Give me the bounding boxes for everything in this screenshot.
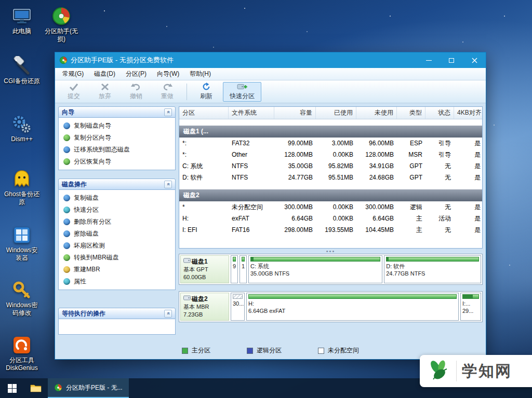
sidebar-item-copy-disk[interactable]: 复制磁盘 xyxy=(59,192,175,204)
disk-type: 基本 GPT xyxy=(183,266,208,272)
desktop-icon-dism[interactable]: Dism++ xyxy=(3,114,41,143)
partition-block-i[interactable]: I:... 29... xyxy=(460,293,481,321)
sidebar-item-bad-sector-check[interactable]: 坏扇区检测 xyxy=(59,240,175,252)
cell-capacity: 24.77GB xyxy=(274,172,316,183)
sidebar-item-wipe-disk[interactable]: 擦除磁盘 xyxy=(59,228,175,240)
col-unused[interactable]: 未使用 xyxy=(356,107,397,119)
table-row-disk1-esp[interactable]: *:FAT3299.00MB3.00MB96.00MBESP引导是 xyxy=(179,138,482,149)
table-row-disk2-unallocated[interactable]: *未分配空间300.00MB0.00KB300.00MB逻辑无是 xyxy=(179,201,482,213)
col-type[interactable]: 类型 xyxy=(397,107,425,119)
sidebar-item-label: 复制磁盘向导 xyxy=(74,121,111,130)
desktop-icon-ghost-backup[interactable]: Ghost备份还原 xyxy=(3,169,41,206)
maximize-button[interactable] xyxy=(440,52,463,68)
table-row-disk1-c[interactable]: C: 系统NTFS35.00GB95.82MB34.91GBGPT无是 xyxy=(179,160,482,172)
minimize-button[interactable] xyxy=(417,52,440,68)
sidebar-item-delete-all-partitions[interactable]: 删除所有分区 xyxy=(59,216,175,228)
desktop-icon-windows-installer[interactable]: Windows安装器 xyxy=(3,225,41,262)
partition-recovery-icon xyxy=(63,158,70,165)
quick-partition-icon xyxy=(236,83,248,91)
menu-disk[interactable]: 磁盘(D) xyxy=(89,67,121,80)
sidebar-item-partition-recovery[interactable]: 分区恢复向导 xyxy=(59,156,175,168)
sidebar-section-wizard-header[interactable]: 向导 « xyxy=(58,106,176,118)
window-titlebar[interactable]: 分区助手PE版 - 无损分区免费软件 xyxy=(55,52,486,68)
pending-operations-list[interactable] xyxy=(58,319,176,335)
migrate-os-icon xyxy=(63,146,70,153)
table-row-disk2-h[interactable]: H:exFAT6.64GB0.00KB6.64GB主活动是 xyxy=(179,213,482,224)
app-icon xyxy=(59,56,68,64)
table-row-disk1-d[interactable]: D: 软件NTFS24.77GB95.51MB24.68GBGPT无是 xyxy=(179,172,482,183)
partition-label: 30... xyxy=(233,300,243,307)
table-row-disk1-msr[interactable]: *:Other128.00MB0.00KB128.00MBMSR引导是 xyxy=(179,149,482,160)
menu-partition[interactable]: 分区(P) xyxy=(121,67,152,80)
menu-wizard[interactable]: 向导(W) xyxy=(152,67,184,80)
partition-assistant-window: 分区助手PE版 - 无损分区免费软件 常规(G) 磁盘(D) 分区(P) 向导(… xyxy=(55,52,486,360)
cell-partition: D: 软件 xyxy=(179,172,229,184)
col-partition[interactable]: 分区 xyxy=(179,107,229,119)
partition-label: 1 xyxy=(242,263,245,270)
disk1-label[interactable]: 磁盘1 基本 GPT 60.00GB xyxy=(180,255,229,283)
app-icon xyxy=(54,383,62,392)
collapse-icon[interactable]: « xyxy=(164,310,172,318)
table-row-disk2-i[interactable]: I: EFIFAT16298.00MB193.55MB104.45MB主无是 xyxy=(179,224,482,236)
cell-filesystem: NTFS xyxy=(229,161,274,171)
desktop-icon-diskgenius[interactable]: 分区工具DiskGenius xyxy=(1,335,43,372)
disk2-group-row[interactable]: 磁盘2 xyxy=(179,189,482,201)
disk2-label[interactable]: 磁盘2 基本 MBR 7.23GB xyxy=(180,293,229,321)
commit-button[interactable]: 提交 xyxy=(59,82,88,102)
sidebar-gap xyxy=(58,170,176,179)
menu-general[interactable]: 常规(G) xyxy=(57,67,89,80)
cell-used: 0.00KB xyxy=(316,149,356,160)
sidebar-section-diskops-header[interactable]: 磁盘操作 « xyxy=(58,179,176,190)
sidebar-item-convert-to-mbr[interactable]: 转换到MBR磁盘 xyxy=(59,252,175,264)
taskbar-app-partition-assistant[interactable]: 分区助手PE版 - 无... xyxy=(48,378,129,398)
partition-block-d[interactable]: D: 软件 24.77GB NTFS xyxy=(384,255,481,283)
sidebar-item-properties[interactable]: 属性 xyxy=(59,276,175,287)
collapse-icon[interactable]: « xyxy=(164,108,172,116)
menu-help[interactable]: 帮助(H) xyxy=(184,67,216,80)
partition-block-c[interactable]: C: 系统 35.00GB NTFS xyxy=(248,255,382,283)
col-status[interactable]: 状态 xyxy=(425,107,454,119)
cell-unused: 128.00MB xyxy=(356,149,397,160)
cell-unused: 300.00MB xyxy=(356,202,397,212)
col-used[interactable]: 已使用 xyxy=(316,107,356,119)
redo-button[interactable]: 重做 xyxy=(153,82,182,102)
used-space-fill xyxy=(387,257,389,261)
desktop-icon-this-pc[interactable]: 此电脑 xyxy=(3,6,41,35)
cell-status: 引导 xyxy=(425,149,454,161)
cell-status: 活动 xyxy=(425,213,454,225)
toolbar-separator xyxy=(187,84,187,100)
partition-block-unallocated[interactable]: 30... xyxy=(231,293,245,321)
partition-block-esp[interactable]: 9 xyxy=(231,255,238,283)
col-4kb[interactable]: 4KB对齐 xyxy=(454,107,483,119)
col-capacity[interactable]: 容量 xyxy=(274,107,316,119)
partition-block-msr[interactable]: 1 xyxy=(240,255,247,283)
desktop-icon-cgi-backup[interactable]: CGI备份还原 xyxy=(2,56,42,85)
collapse-icon[interactable]: « xyxy=(164,181,172,188)
sidebar-item-rebuild-mbr[interactable]: 重建MBR xyxy=(59,264,175,276)
sidebar-item-copy-partition-wizard[interactable]: 复制分区向导 xyxy=(59,132,175,144)
col-filesystem[interactable]: 文件系统 xyxy=(229,107,274,119)
sidebar-item-migrate-os-ssd[interactable]: 迁移系统到固态磁盘 xyxy=(59,144,175,156)
undo-button[interactable]: 撤销 xyxy=(122,82,151,102)
partition-block-h[interactable]: H: 6.64GB exFAT xyxy=(246,293,459,321)
cell-status: 无 xyxy=(425,160,454,172)
discard-button[interactable]: 放弃 xyxy=(90,82,119,102)
quick-partition-button[interactable]: 快速分区 xyxy=(223,82,261,102)
file-explorer-button[interactable] xyxy=(24,378,48,398)
sidebar-section-pending-header[interactable]: 等待执行的操作 « xyxy=(58,308,176,319)
cell-capacity: 99.00MB xyxy=(274,138,316,148)
close-button[interactable] xyxy=(463,52,486,68)
sidebar-item-copy-disk-wizard[interactable]: 复制磁盘向导 xyxy=(59,120,175,132)
desktop-icon-label: Ghost备份还原 xyxy=(3,190,41,206)
desktop-icon-partition-assistant[interactable]: 分区助手(无损) xyxy=(43,6,80,43)
sidebar-item-label: 属性 xyxy=(74,277,86,286)
start-button[interactable] xyxy=(0,378,24,398)
disk1-group-row[interactable]: 磁盘1 (... xyxy=(179,126,482,138)
refresh-button[interactable]: 刷新 xyxy=(192,82,221,102)
sidebar-item-quick-partition[interactable]: 快速分区 xyxy=(59,204,175,216)
sidebar-item-label: 分区恢复向导 xyxy=(74,157,111,166)
folder-icon xyxy=(30,383,42,393)
commit-check-icon xyxy=(69,83,79,91)
panel-splitter[interactable]: ••• xyxy=(179,249,483,254)
desktop-icon-windows-password[interactable]: Windows密码修改 xyxy=(3,280,41,317)
